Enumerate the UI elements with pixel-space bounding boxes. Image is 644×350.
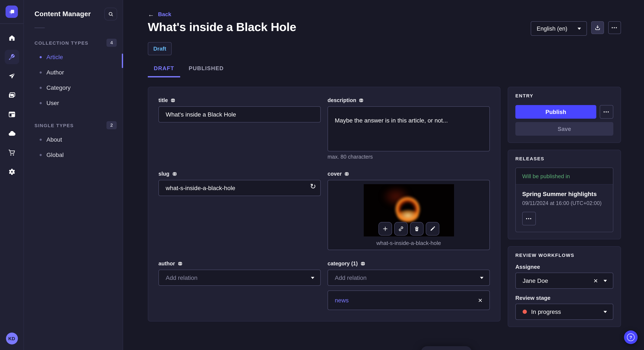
- help-button[interactable]: ?: [624, 331, 638, 344]
- globe-icon: [360, 261, 366, 266]
- back-arrow-icon: ←: [148, 11, 154, 17]
- single-types-header: SINGLE TYPES: [34, 123, 74, 128]
- paper-plane-icon: [8, 72, 16, 80]
- sidebar-item-about[interactable]: About: [24, 132, 123, 147]
- sidebar-item-user[interactable]: User: [24, 95, 123, 111]
- releases-panel: RELEASES Will be published in Spring Sum…: [508, 150, 621, 239]
- tab-published[interactable]: PUBLISHED: [183, 65, 230, 77]
- author-placeholder: Add relation: [166, 275, 198, 281]
- regenerate-slug-icon[interactable]: ↻: [310, 183, 316, 190]
- strapi-logo-icon: [8, 8, 16, 15]
- save-button[interactable]: Save: [515, 122, 613, 136]
- rail-nav: [4, 31, 19, 179]
- review-stage-label: Review stage: [515, 295, 613, 301]
- single-types-count-badge: 2: [106, 121, 117, 129]
- ellipsis-icon: •••: [612, 26, 618, 29]
- entry-form-card: title What's inside a Black Hole: [148, 87, 500, 322]
- scroll-pill: [421, 346, 472, 350]
- tab-draft[interactable]: DRAFT: [148, 65, 180, 77]
- review-workflows-panel: REVIEW WORKFLOWS Assignee Jane Doe ✕ Rev…: [508, 246, 621, 327]
- globe-icon: [178, 261, 183, 266]
- description-field-label: description: [328, 97, 356, 103]
- cover-delete-button[interactable]: [410, 222, 423, 235]
- sidebar-item-author[interactable]: Author: [24, 65, 123, 80]
- entry-panel: ENTRY Publish ••• Save: [508, 87, 621, 143]
- search-button[interactable]: [104, 8, 117, 20]
- header-actions: English (en) •••: [531, 21, 621, 36]
- title-input[interactable]: What's inside a Black Hole: [158, 106, 321, 123]
- chevron-down-icon: [604, 311, 607, 313]
- locale-select[interactable]: English (en): [531, 21, 587, 36]
- app-window: KD Content Manager COLLECTION TYPES 4 Ar…: [0, 0, 644, 350]
- question-mark-icon: ?: [627, 334, 635, 341]
- publish-button[interactable]: Publish: [515, 105, 596, 119]
- chevron-down-icon: [311, 277, 314, 279]
- sidebar-item-label: Category: [46, 84, 71, 91]
- globe-icon: [172, 171, 177, 176]
- bullet-icon: [40, 102, 42, 104]
- cover-actions: [378, 222, 439, 235]
- user-avatar[interactable]: KD: [6, 333, 18, 345]
- remove-relation-icon[interactable]: ✕: [478, 298, 482, 303]
- media-library-icon: [8, 91, 16, 100]
- feather-icon: [8, 53, 16, 61]
- cover-add-button[interactable]: [378, 222, 392, 235]
- cloud-nav-button[interactable]: [4, 126, 19, 141]
- content-type-builder-nav-button[interactable]: [4, 107, 19, 122]
- review-stage-select[interactable]: In progress: [515, 304, 613, 320]
- title-field-label: title: [158, 97, 168, 103]
- releases-nav-button[interactable]: [4, 69, 19, 83]
- home-nav-button[interactable]: [4, 31, 19, 45]
- status-badge: Draft: [148, 42, 172, 55]
- globe-icon: [344, 171, 350, 176]
- author-relation-select[interactable]: Add relation: [158, 270, 321, 286]
- locale-selected-value: English (en): [537, 25, 567, 32]
- strapi-logo[interactable]: [6, 5, 18, 18]
- category-relation-item: news ✕: [328, 291, 490, 310]
- assignee-select[interactable]: Jane Doe ✕: [515, 273, 613, 289]
- clear-assignee-icon[interactable]: ✕: [593, 278, 598, 283]
- category-relation-select[interactable]: Add relation: [328, 270, 490, 286]
- slug-field-label: slug: [158, 171, 169, 177]
- pencil-icon: [429, 225, 436, 232]
- bullet-icon: [40, 154, 42, 156]
- subnav-divider: [34, 28, 45, 28]
- release-status: Will be published in: [516, 168, 613, 184]
- assignee-label: Assignee: [515, 264, 613, 270]
- marketplace-nav-button[interactable]: [4, 146, 19, 160]
- relation-link-news[interactable]: news: [335, 297, 348, 304]
- sidebar-item-global[interactable]: Global: [24, 147, 123, 163]
- release-title: Spring Summer highlights: [522, 190, 606, 197]
- author-field-label: author: [158, 261, 175, 267]
- rail-divider: [0, 23, 24, 24]
- header-more-button[interactable]: •••: [608, 21, 621, 34]
- back-link[interactable]: ← Back: [148, 11, 171, 17]
- field-cover: cover: [328, 171, 490, 250]
- sidebar-item-article[interactable]: Article: [24, 49, 123, 65]
- category-placeholder: Add relation: [335, 275, 366, 281]
- description-textarea[interactable]: Maybe the answer is in this article, or …: [328, 106, 490, 151]
- assignee-value: Jane Doe: [522, 277, 548, 284]
- entry-more-button[interactable]: •••: [600, 105, 613, 119]
- gear-icon: [8, 168, 16, 176]
- bullet-icon: [40, 56, 42, 58]
- settings-nav-button[interactable]: [4, 165, 19, 179]
- media-library-nav-button[interactable]: [4, 88, 19, 103]
- plus-icon: [382, 225, 388, 232]
- ellipsis-icon: •••: [604, 110, 610, 114]
- collection-types-list: Article Author Category User: [24, 49, 123, 111]
- export-button[interactable]: [591, 21, 604, 34]
- search-icon: [108, 11, 114, 17]
- sidebar-item-category[interactable]: Category: [24, 80, 123, 95]
- slug-input[interactable]: what-s-inside-a-black-hole: [158, 180, 321, 196]
- main-nav-rail: KD: [0, 0, 24, 350]
- sidebar-item-label: Article: [46, 54, 63, 60]
- content-manager-nav-button[interactable]: [4, 50, 19, 64]
- cover-copy-link-button[interactable]: [394, 222, 408, 235]
- sidebar-item-label: Global: [46, 151, 64, 158]
- cover-media-box: what-s-inside-a-black-hole: [328, 180, 490, 250]
- cover-edit-button[interactable]: [426, 222, 439, 235]
- release-card: Will be published in Spring Summer highl…: [515, 168, 613, 232]
- entry-panel-header: ENTRY: [515, 93, 613, 98]
- release-more-button[interactable]: •••: [522, 212, 536, 225]
